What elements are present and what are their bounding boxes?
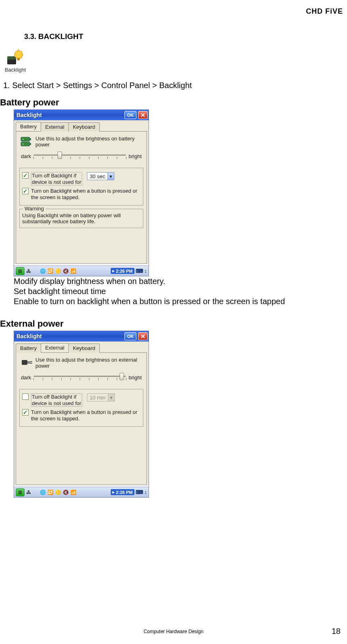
timeout-combobox: 10 min ▾: [87, 393, 115, 401]
close-button[interactable]: [138, 111, 148, 119]
svg-line-5: [21, 51, 22, 52]
tray-network-icon[interactable]: 🖧: [26, 268, 31, 274]
section-number: 3.3.: [24, 33, 36, 41]
titlebar: Backlight OK: [14, 110, 149, 120]
battery-note-2: Set backlight timeout time: [14, 286, 335, 296]
tray-updown-icon[interactable]: ↕: [145, 268, 147, 274]
tab-panel-battery: ++ Use this to adjust the brightness on …: [16, 131, 147, 264]
external-hint-text: Use this to adjust the brightness on ext…: [35, 357, 143, 369]
timeout-value: 10 min: [87, 395, 108, 401]
checkbox-turnon-label: Turn on Backlight when a button is press…: [31, 409, 140, 422]
checkbox-turnon-label: Turn on Backlight when a button is press…: [31, 188, 140, 200]
windows-flag-icon: ⊞: [18, 490, 22, 495]
taskbar: ⊞ 🖧 🌐 🔁 🟡 🔇 📶 ▸ 2:26 PM ⌨ ↕: [14, 487, 149, 497]
close-icon: [141, 113, 145, 117]
external-window: Backlight OK Battery External Keyboard U…: [14, 331, 149, 498]
svg-line-6: [21, 58, 22, 58]
backlight-bulb-icon: [6, 49, 24, 66]
checkbox-turnoff[interactable]: [22, 172, 29, 179]
tab-battery[interactable]: Battery: [16, 344, 41, 353]
backlight-icon-caption: Backlight: [3, 67, 27, 73]
battery-note-3: Enable to turn on backlight when a butto…: [14, 296, 335, 307]
tray-globe-icon[interactable]: 🌐: [40, 268, 46, 274]
tray-keyboard-icon[interactable]: ⌨: [136, 489, 143, 495]
timeout-value: 30 sec: [87, 173, 107, 179]
battery-note-1: Modify display brightness when on batter…: [14, 276, 335, 286]
brightness-slider[interactable]: [33, 373, 126, 382]
plug-hint-icon: [20, 357, 32, 368]
tray-keyboard-icon[interactable]: ⌨: [136, 268, 143, 274]
svg-rect-18: [22, 360, 27, 365]
tab-keyboard[interactable]: Keyboard: [68, 344, 100, 353]
checkbox-turnon[interactable]: [22, 409, 29, 416]
battery-hint-text: Use this to adjust the brightness on bat…: [35, 136, 143, 148]
chevron-down-icon: ▾: [108, 394, 114, 401]
tray-signal-icon[interactable]: 📶: [70, 490, 76, 495]
tabstrip: Battery External Keyboard: [14, 120, 149, 131]
section-heading: 3.3. BACKLIGHT: [24, 32, 335, 41]
warning-legend: Warning: [23, 206, 45, 212]
tab-external[interactable]: External: [41, 343, 69, 352]
options-group: Turn off Backlight ifdevice is not used …: [19, 389, 143, 427]
tab-battery[interactable]: Battery: [16, 122, 41, 131]
start-button[interactable]: ⊞: [16, 488, 25, 496]
tray-app-icon[interactable]: 🟡: [55, 490, 61, 495]
close-button[interactable]: [138, 332, 148, 340]
svg-rect-13: [30, 143, 31, 145]
external-heading: External power: [0, 319, 335, 329]
tray-clock[interactable]: ▸ 2:26 PM: [111, 489, 134, 495]
tray-globe-icon[interactable]: 🌐: [40, 490, 46, 495]
tab-panel-external: Use this to adjust the brightness on ext…: [16, 352, 147, 485]
checkbox-turnoff-label: Turn off Backlight ifdevice is not used …: [31, 172, 82, 185]
tab-keyboard[interactable]: Keyboard: [68, 122, 100, 132]
section-title-prefix: B: [38, 32, 44, 41]
slider-label-bright: bright: [128, 374, 142, 381]
checkbox-turnoff[interactable]: [22, 393, 29, 400]
slider-label-bright: bright: [128, 153, 142, 159]
svg-rect-1: [7, 56, 16, 60]
slider-label-dark: dark: [21, 374, 31, 381]
windows-flag-icon: ⊞: [18, 268, 22, 274]
brand-header: CHD FiVE: [306, 7, 343, 16]
window-title: Backlight: [17, 333, 123, 339]
svg-rect-7: [17, 58, 20, 60]
svg-text:+: +: [22, 138, 24, 141]
close-icon: [141, 334, 145, 338]
tray-updown-icon[interactable]: ↕: [145, 489, 147, 495]
tray-app-icon[interactable]: 🟡: [55, 268, 61, 274]
warning-text: Using Backlight while on battery power w…: [22, 212, 140, 224]
checkbox-turnoff-label: Turn off Backlight ifdevice is not used …: [31, 393, 82, 407]
titlebar: Backlight OK: [14, 331, 149, 342]
battery-notes: Modify display brightness when on batter…: [14, 276, 335, 307]
tray-sync-icon[interactable]: 🔁: [48, 268, 54, 274]
tray-mute-icon[interactable]: 🔇: [63, 490, 69, 495]
tab-external[interactable]: External: [41, 122, 69, 132]
tray-clock[interactable]: ▸ 2:26 PM: [111, 268, 134, 274]
svg-rect-0: [7, 59, 16, 64]
tray-signal-icon[interactable]: 📶: [70, 268, 76, 274]
section-title-rest: ACKLIGHT: [44, 32, 83, 41]
tray-sync-icon[interactable]: 🔁: [48, 490, 54, 495]
battery-hint-icon: ++: [20, 136, 32, 147]
svg-text:+: +: [22, 142, 24, 146]
tray-mute-icon[interactable]: 🔇: [63, 268, 69, 274]
taskbar: ⊞ 🖧 🌐 🔁 🟡 🔇 📶 ▸ 2:26 PM ⌨ ↕: [14, 265, 149, 276]
checkbox-turnon[interactable]: [22, 188, 29, 194]
tray-network-icon[interactable]: 🖧: [26, 490, 31, 495]
start-button[interactable]: ⊞: [16, 267, 25, 275]
battery-heading: Battery power: [0, 97, 335, 108]
window-title: Backlight: [17, 112, 123, 118]
ok-button[interactable]: OK: [124, 111, 136, 119]
chevron-down-icon: ▾: [107, 173, 114, 180]
svg-rect-19: [27, 361, 31, 364]
tabstrip: Battery External Keyboard: [14, 342, 149, 352]
backlight-icon-block: Backlight: [3, 49, 27, 73]
ok-button[interactable]: OK: [124, 332, 136, 340]
step-1: 1. Select Start > Settings > Control Pan…: [3, 81, 335, 90]
footer-text: Computer Hardware Design: [0, 629, 347, 634]
options-group: Turn off Backlight ifdevice is not used …: [19, 168, 143, 206]
svg-rect-11: [30, 138, 31, 140]
timeout-combobox[interactable]: 30 sec ▾: [87, 172, 114, 180]
brightness-slider[interactable]: [33, 152, 126, 160]
page-number: 18: [332, 627, 341, 636]
